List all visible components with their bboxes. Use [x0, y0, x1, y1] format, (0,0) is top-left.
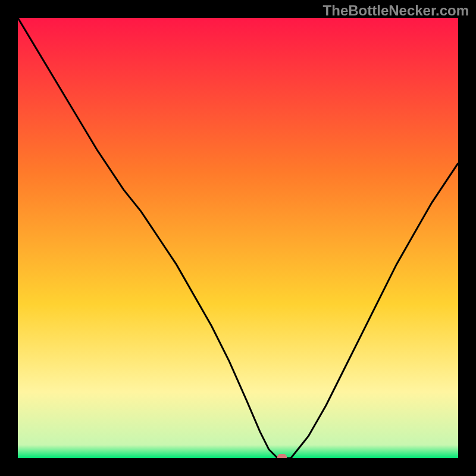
watermark-text: TheBottleNecker.com	[323, 2, 469, 19]
chart-frame: TheBottleNecker.com	[0, 0, 476, 476]
chart-svg	[18, 18, 458, 458]
gradient-background	[18, 18, 458, 458]
chart-plot-area	[18, 18, 458, 458]
optimum-marker	[277, 454, 287, 458]
